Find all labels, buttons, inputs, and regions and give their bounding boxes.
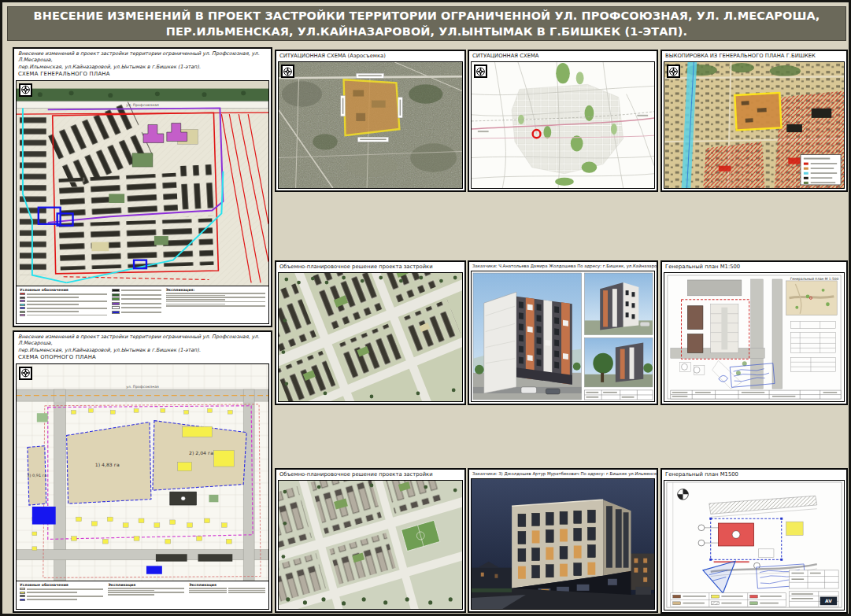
panel-genplan-1500: Генеральный план М1500 — [660, 468, 848, 614]
compass-icon — [281, 65, 294, 78]
city-inset-map — [786, 281, 838, 315]
legend-symbols: Условные обозначения — [20, 583, 103, 607]
board-title-line2: ПЕР.ИЛЬМЕНСКАЯ, УЛ.КАЙНАЗАРОВОЙ, УЛ.ЫНТЫ… — [166, 24, 687, 39]
massing-bottom-image-frame — [278, 480, 463, 610]
street-label: ул. Профсоюзная — [126, 103, 159, 107]
panel-reference-plan: Внесение изменений в проект застройки те… — [13, 330, 272, 613]
panel-situation-scheme: СИТУАЦИОННАЯ СХЕМА — [468, 50, 658, 192]
legend-explication: Экспликация — [108, 583, 184, 607]
night-building — [512, 500, 631, 603]
parcel1-label: 1) 4,83 га — [95, 462, 120, 467]
board-title-bar: ВНЕСЕНИЕ ИЗМЕНЕНИЙ В ПРОЕКТ ЗАСТРОЙКИ ТЕ… — [7, 6, 846, 41]
massing-bottom-render-graphic — [279, 481, 462, 609]
genplan-1500-sheet-graphic: AV — [664, 481, 844, 610]
general-plan-map-frame: ул. Профсоюзная — [16, 80, 269, 324]
compass-icon — [474, 65, 487, 78]
street-label: ул. Профсоюзная — [126, 385, 159, 389]
panel-building-night: Заказчики: 3) Джолдошев Артур Муратбеков… — [468, 468, 658, 613]
sheet-label: Генеральный план М 1:500 — [790, 277, 839, 281]
panel-genplan-500: Генеральный план М1:500 Генеральный план… — [660, 260, 848, 405]
reference-plan-header-line1: Внесение изменений в проект застройки те… — [18, 334, 267, 347]
legend-symbols: Условные обозначения — [20, 288, 107, 322]
render-main — [473, 273, 582, 400]
render-top-right — [585, 273, 653, 334]
panel-massing-top: Объемно-планировочное решение проекта за… — [275, 260, 466, 405]
compass-icon — [19, 83, 32, 97]
building-night-image-frame — [471, 478, 655, 610]
aerial-title: СИТУАЦИОННАЯ СХЕМА (Аэросъемка) — [276, 51, 464, 60]
sheet-title-block — [585, 390, 653, 400]
legend-symbols-title: Условные обозначения — [20, 583, 103, 587]
massing-top-title: Объемно-планировочное решение проекта за… — [276, 262, 464, 271]
studio-logo: AV — [820, 597, 838, 606]
panel-master-plan-extract: ВЫКОПИРОВКА ИЗ ГЕНЕРАЛЬНОГО ПЛАНА Г.БИШК… — [660, 50, 848, 192]
building-night-render-graphic — [472, 479, 654, 609]
situation-map-frame — [471, 61, 655, 189]
massing-bottom-title: Объемно-планировочное решение проекта за… — [276, 470, 464, 478]
city-map-graphic — [472, 62, 654, 188]
building-day-sheet — [471, 271, 655, 402]
legend-strip — [671, 593, 786, 607]
general-plan-header-line2: пер.Ильменская, ул.Кайназаровой, ул.Ынты… — [18, 64, 267, 70]
genplan-500-sheet-graphic: Генеральный план М 1:500 — [664, 273, 844, 401]
compass-icon — [19, 367, 32, 380]
reference-plan-header: Внесение изменений в проект застройки те… — [14, 332, 271, 362]
reference-plan-map-graphic: ул. Профсоюзная 1) 4,83 га 2) 2,04 га 3)… — [17, 364, 268, 581]
parcel3-label: 3) 0,91 га — [27, 474, 46, 478]
board-title-line1: ВНЕСЕНИЕ ИЗМЕНЕНИЙ В ПРОЕКТ ЗАСТРОЙКИ ТЕ… — [34, 8, 820, 24]
legend-explication-title: Экспликация: — [166, 288, 265, 292]
building-night-title: Заказчики: 3) Джолдошев Артур Муратбеков… — [469, 470, 657, 477]
reference-plan-map-frame: ул. Профсоюзная 1) 4,83 га 2) 2,04 га 3)… — [16, 363, 269, 610]
general-plan-header-line3: СХЕМА ГЕНЕРАЛЬНОГО ПЛАНА — [18, 71, 267, 78]
panel-massing-bottom: Объемно-планировочное решение проекта за… — [275, 468, 466, 613]
general-plan-header-line1: Внесение изменений в проект застройки те… — [18, 50, 267, 64]
extract-title: ВЫКОПИРОВКА ИЗ ГЕНЕРАЛЬНОГО ПЛАНА Г.БИШК… — [662, 51, 846, 60]
situation-title: СИТУАЦИОННАЯ СХЕМА — [469, 51, 657, 60]
legend-explication-title: Экспликация — [108, 583, 184, 587]
building-day-title: Заказчики: Ч.Анатольева Дамира Жолдошева… — [469, 262, 657, 269]
render-bottom-right — [585, 338, 653, 387]
legend-chips — [112, 288, 161, 322]
extract-map-graphic — [664, 62, 844, 188]
extract-legend-box — [801, 154, 841, 184]
presentation-board: ВНЕСЕНИЕ ИЗМЕНЕНИЙ В ПРОЕКТ ЗАСТРОЙКИ ТЕ… — [0, 0, 851, 616]
aerial-image-frame — [278, 61, 463, 189]
genplan-500-title: Генеральный план М1:500 — [662, 262, 846, 271]
genplan-1500-sheet: AV — [664, 480, 845, 610]
genplan-500-sheet: Генеральный план М 1:500 — [664, 272, 845, 402]
legend-explication: Экспликация: — [166, 288, 265, 322]
compass-icon — [667, 65, 680, 78]
legend-symbols-title: Условные обозначения — [20, 288, 107, 292]
genplan-1500-title: Генеральный план М1500 — [662, 470, 846, 478]
general-plan-legend: Условные обозначения — [17, 286, 268, 323]
general-plan-header: Внесение изменений в проект застройки те… — [14, 49, 271, 79]
extract-image-frame — [664, 61, 845, 189]
legend-table-title: Экспликация — [189, 583, 265, 587]
massing-top-render-graphic — [279, 273, 462, 401]
reference-plan-header-line3: СХЕМА ОПОРНОГО ПЛАНА — [18, 354, 267, 361]
panel-general-plan: Внесение изменений в проект застройки те… — [13, 47, 272, 327]
title-block — [671, 390, 841, 399]
general-plan-map-graphic: ул. Профсоюзная — [17, 81, 268, 286]
aerial-photo-graphic — [279, 62, 462, 188]
reference-plan-header-line2: пер.Ильменская, ул.Кайназаровой, ул.Ынты… — [18, 347, 267, 353]
parcel2-label: 2) 2,04 га — [189, 450, 213, 456]
studio-logo-text: AV — [825, 599, 832, 603]
legend-table: Экспликация — [189, 583, 265, 607]
panel-aerial-scheme: СИТУАЦИОННАЯ СХЕМА (Аэросъемка) — [275, 50, 466, 192]
massing-top-image-frame — [278, 272, 463, 402]
building-day-render-graphic — [472, 271, 654, 401]
reference-plan-legend: Условные обозначения Экспликация Эксплик… — [17, 581, 268, 609]
panel-building-day: Заказчики: Ч.Анатольева Дамира Жолдошева… — [468, 260, 658, 405]
